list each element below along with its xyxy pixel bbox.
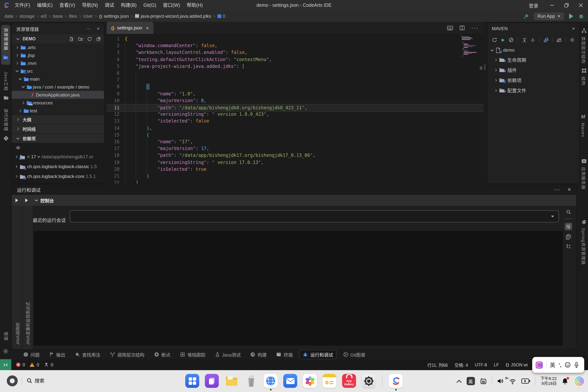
emoji-icon[interactable] [565,362,571,368]
panel-tab-fork[interactable]: 调用层次结构 [107,350,148,359]
remote-indicator[interactable] [0,359,11,370]
dock-app-file-manager[interactable] [224,374,238,388]
volume-icon[interactable] [497,378,504,384]
eol[interactable]: LF [494,362,499,367]
code-line-7[interactable]: 7 [107,76,478,83]
code-line-3[interactable]: 3"workbench.layoutControl.enabled": fals… [107,49,478,56]
dependency-item[interactable]: ch.qos.logback:logback-classic 1.5 [12,162,104,172]
panel-tab-flag[interactable]: 输出 [46,350,68,359]
debug-console-output[interactable] [34,231,563,346]
soft-wrap-icon[interactable] [565,223,572,230]
activitybar-item-source-control[interactable]: 源代码管理 [4,108,10,141]
ime-logo-icon[interactable] [536,361,543,368]
dock-app-trash[interactable] [244,374,258,388]
tree-item-.arts[interactable]: .arts [12,43,104,51]
tree-item-java---com---example---demo[interactable]: java / com / example / demo [12,83,104,91]
section-timeline[interactable]: 时间线 [12,124,104,134]
code-line-8[interactable]: 8{ [107,84,478,90]
code-line-22[interactable]: 22] [107,180,478,184]
panel-more-actions-icon[interactable]: ··· [554,186,560,193]
tray-ime-icon[interactable] [480,378,487,385]
port-count[interactable]: 0 [44,362,53,367]
code-line-15[interactable]: 15{ [107,132,478,138]
editor-more-actions-icon[interactable]: ··· [471,24,478,31]
close-panel-icon[interactable]: × [97,26,100,31]
panel-tab-branch[interactable]: Git图谱 [340,350,368,359]
dock-app-browser[interactable] [264,374,278,388]
ime-language-toggle[interactable]: 英 [550,361,555,369]
warning-count[interactable]: 0 [30,362,39,367]
code-line-18[interactable]: 18"path": "/data/app/bishengjdk17.org/bi… [107,152,478,159]
indentation[interactable]: 空格: 4 [454,362,468,368]
activitybar-item-type-hierarchy[interactable]: 类型层次结构 [581,28,587,64]
panel-tab-flask[interactable]: Java测试 [212,350,244,359]
run-config-dropdown[interactable]: Run App [534,12,564,20]
code-line-21[interactable]: 21} [107,173,478,180]
panel-tab-stack[interactable]: 堆栈跟踪 [177,350,208,359]
editor-scrollbar[interactable] [480,66,482,70]
error-count[interactable]: 0 [16,362,25,367]
tree-view-icon[interactable] [566,244,571,249]
panel-tab-magnifier[interactable]: 查找用法 [72,350,103,359]
cursor-position[interactable]: 行11, 列68 [427,362,448,368]
activitybar-item-structure[interactable]: 结构 [581,68,587,86]
activitybar-item-explorer[interactable]: 资源管理器 [1,25,10,65]
code-line-11[interactable]: 11"path": "/data/app/bishengjdk8.org/bis… [107,104,484,112]
battery-icon[interactable] [521,378,530,384]
maven-node-1[interactable]: ✹插件 [487,65,579,75]
dock-app-app-grid[interactable] [185,374,199,388]
panel-resize-handle[interactable] [484,64,486,70]
breadcrumb-segment[interactable]: User [83,14,93,19]
tree-item-.mvn[interactable]: .mvn [12,59,104,67]
run-button[interactable] [569,14,573,19]
tab-settings-json[interactable]: {} settings.json × [107,22,154,34]
tree-item-resources[interactable]: RESresources [12,99,104,107]
tree-item-main[interactable]: main [12,75,104,83]
code-line-13[interactable]: 13"isSelected": false [107,118,478,124]
maven-stop-icon[interactable] [507,37,515,42]
maven-run-icon[interactable] [499,38,507,42]
panel-tab-bug[interactable]: 运行和调试 [300,350,336,359]
activitybar-item-app-server[interactable]: 应用服务器 [581,158,587,190]
login-button[interactable]: 登录 [529,2,538,9]
collapse-explorer-icon[interactable] [96,36,101,41]
code-line-4[interactable]: 4"testing.defaultGutterClickAction": "co… [107,56,478,63]
activitybar-item-spring-resources[interactable]: Spring资源管理器 [581,219,587,265]
dependency-item[interactable]: < 17 > /data/app/bishengjdk17.or [12,152,104,162]
taskbar-search[interactable]: 搜索 [26,377,44,384]
breadcrumb-segment[interactable]: el2 [41,14,47,19]
code-line-19[interactable]: 19"versioningString": " version 17.0.13"… [107,159,478,166]
keyboard-icon[interactable] [447,26,453,30]
breadcrumb-segment[interactable]: data [4,14,14,19]
ime-punctuation-toggle[interactable]: ’, [558,362,561,368]
maven-settings-gear-icon[interactable] [568,37,576,42]
dock-app-mail[interactable] [283,374,297,388]
breadcrumb-segment[interactable]: base [53,14,63,19]
breadcrumb-segment[interactable]: storage [20,14,35,19]
console-pane-header[interactable]: 控制台 [35,197,54,204]
gear-icon[interactable] [3,348,9,354]
code-line-17[interactable]: 17"majorVersion": 17, [107,145,478,152]
panel-tab-build[interactable]: 构建 [248,350,270,359]
dependency-analyze-icon[interactable] [542,37,550,43]
chevron-down-icon[interactable] [16,37,20,40]
panel-tab-dotcircle[interactable]: 断点 [151,350,174,359]
activitybar-item-maven[interactable]: MMaven [581,113,585,137]
collapse-all-icon[interactable] [528,38,537,42]
offline-mode-icon[interactable] [555,37,563,43]
menu-item-1[interactable]: 编辑(E) [34,0,56,10]
side-tab-java-call-tree[interactable]: JAVA调用树 [14,323,20,345]
menu-item-4[interactable]: 调试 [101,0,118,10]
code-line-2[interactable]: 2"window.commandCenter": false, [107,42,478,49]
tray-language-indicator[interactable]: 英 [466,377,475,385]
debug-bug-icon[interactable] [578,13,584,19]
menu-item-3[interactable]: 导航(N) [78,0,102,10]
maven-refresh-icon[interactable] [490,37,499,42]
panel-close-icon[interactable]: × [568,186,571,193]
dock-app-codearts[interactable] [389,374,403,388]
dock-app-photos[interactable] [303,374,317,388]
tree-item-test[interactable]: test [12,107,104,114]
wifi-icon[interactable]: 6+ [509,378,516,384]
panel-tab-terminal[interactable]: 终端 [274,350,296,359]
build-hammer-icon[interactable] [523,14,529,19]
